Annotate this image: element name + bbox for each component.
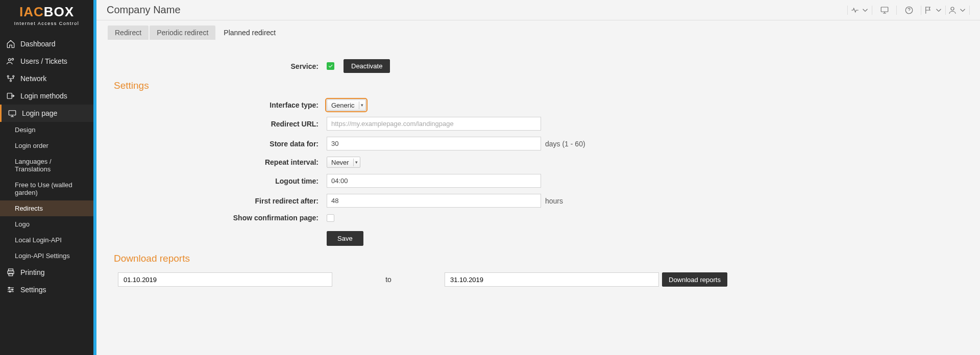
tab-label: Redirect (115, 29, 141, 37)
settings-heading: Settings (114, 80, 969, 91)
sidebar-item-label: Settings (20, 286, 46, 294)
brand: IACBOX Internet Access Control (0, 0, 93, 35)
svg-rect-6 (9, 111, 16, 115)
chevron-down-icon (958, 6, 967, 15)
toolbar-help-button[interactable] (896, 6, 921, 15)
tab-periodic-redirect[interactable]: Periodic redirect (150, 26, 215, 40)
sidebar-item-login-page[interactable]: Login page (0, 105, 93, 122)
download-reports-heading: Download reports (114, 253, 969, 264)
main: Company Name Redirect Pe (96, 0, 980, 355)
store-data-label: Store data for: (108, 140, 327, 148)
logout-time-label: Logout time: (108, 177, 327, 185)
redirect-url-label: Redirect URL: (108, 120, 327, 128)
sidebar-item-users-tickets[interactable]: Users / Tickets (0, 53, 93, 70)
store-data-hint: days (1 - 60) (545, 140, 585, 148)
sidebar-sub-local-login-api[interactable]: Local Login-API (0, 232, 93, 248)
report-from-input[interactable] (118, 272, 332, 287)
sidebar-item-label: Dashboard (20, 40, 56, 48)
repeat-interval-select[interactable]: Never ▾ (327, 157, 360, 168)
tab-label: Planned redirect (224, 29, 276, 37)
sidebar-item-printing[interactable]: Printing (0, 264, 93, 281)
select-value: Generic (327, 102, 359, 109)
sidebar-item-label: Login methods (20, 92, 67, 100)
toolbar-health-button[interactable] (847, 6, 872, 15)
heartbeat-icon (850, 6, 860, 15)
svg-point-4 (10, 80, 12, 82)
sidebar: IACBOX Internet Access Control Dashboard… (0, 0, 93, 355)
help-icon (904, 6, 914, 15)
svg-rect-9 (9, 273, 13, 276)
sidebar-sub-label: Languages / Translations (15, 158, 87, 173)
tab-label: Periodic redirect (157, 29, 208, 37)
svg-point-3 (13, 75, 14, 77)
tabpanel-planned-redirect: Service: Deactivate Settings Interface t… (108, 40, 969, 287)
toolbar (847, 6, 970, 15)
report-to-input[interactable] (445, 272, 659, 287)
flag-icon (924, 6, 933, 15)
toolbar-flag-button[interactable] (921, 6, 945, 15)
printing-icon (6, 268, 15, 277)
sidebar-sub-label: Local Login-API (15, 236, 62, 244)
sidebar-item-label: Printing (20, 268, 44, 276)
svg-point-2 (7, 75, 9, 77)
login-page-icon (8, 109, 17, 118)
redirect-url-input[interactable] (327, 117, 541, 131)
tab-planned-redirect[interactable]: Planned redirect (216, 26, 283, 40)
deactivate-button[interactable]: Deactivate (344, 59, 390, 73)
brand-line2: Internet Access Control (5, 21, 88, 26)
download-reports-button[interactable]: Download reports (662, 272, 727, 287)
interface-type-select[interactable]: Generic ▾ (327, 99, 366, 111)
sidebar-item-network[interactable]: Network (0, 70, 93, 87)
sidebar-item-label: Login page (22, 109, 57, 117)
brand-line1: IACBOX (5, 4, 88, 20)
svg-rect-13 (881, 7, 888, 12)
store-data-input[interactable] (327, 137, 541, 150)
sidebar-sub-languages[interactable]: Languages / Translations (0, 154, 93, 177)
chevron-down-icon: ▾ (354, 160, 360, 165)
sidebar-sub-free-to-use[interactable]: Free to Use (walled garden) (0, 177, 93, 200)
tab-redirect[interactable]: Redirect (108, 26, 149, 40)
interface-type-label: Interface type: (108, 101, 327, 109)
save-button[interactable]: Save (327, 231, 363, 246)
page-title: Company Name (107, 4, 181, 16)
report-to-label: to (332, 275, 445, 284)
sidebar-sub-label: Logo (15, 220, 30, 228)
toolbar-monitor-button[interactable] (872, 6, 896, 15)
chevron-down-icon (861, 6, 870, 15)
network-icon (6, 74, 15, 83)
sidebar-sub-design[interactable]: Design (0, 122, 93, 138)
first-redirect-hint: hours (545, 197, 563, 205)
sidebar-sub-login-order[interactable]: Login order (0, 138, 93, 154)
monitor-icon (880, 6, 889, 15)
sidebar-item-settings[interactable]: Settings (0, 281, 93, 298)
show-confirmation-label: Show confirmation page: (108, 214, 327, 222)
svg-point-1 (12, 58, 14, 60)
login-methods-icon (6, 91, 15, 100)
user-icon (948, 6, 957, 15)
sidebar-sub-redirects[interactable]: Redirects (0, 200, 93, 216)
sidebar-sub-login-api-settings[interactable]: Login-API Settings (0, 248, 93, 264)
chevron-down-icon: ▾ (359, 103, 365, 108)
sidebar-item-dashboard[interactable]: Dashboard (0, 35, 93, 53)
sidebar-sub-label: Login order (15, 142, 48, 149)
logout-time-input[interactable] (327, 174, 541, 188)
sidebar-sub-logo[interactable]: Logo (0, 216, 93, 232)
sidebar-sub-label: Free to Use (walled garden) (15, 181, 87, 196)
service-label: Service: (108, 62, 327, 70)
repeat-interval-label: Repeat interval: (108, 158, 327, 166)
toolbar-user-button[interactable] (945, 6, 970, 15)
tabs: Redirect Periodic redirect Planned redir… (108, 26, 969, 40)
sidebar-item-login-methods[interactable]: Login methods (0, 87, 93, 105)
svg-point-0 (9, 59, 11, 61)
service-checkbox[interactable] (327, 62, 334, 70)
settings-icon (6, 285, 15, 294)
home-icon (6, 39, 15, 48)
sidebar-sub-label: Login-API Settings (15, 252, 70, 260)
show-confirmation-checkbox[interactable] (327, 214, 334, 222)
chevron-down-icon (934, 6, 943, 15)
first-redirect-input[interactable] (327, 194, 541, 208)
sidebar-sub-label: Design (15, 126, 35, 134)
first-redirect-label: First redirect after: (108, 197, 327, 205)
users-icon (6, 57, 15, 66)
content: Redirect Periodic redirect Planned redir… (96, 20, 980, 302)
